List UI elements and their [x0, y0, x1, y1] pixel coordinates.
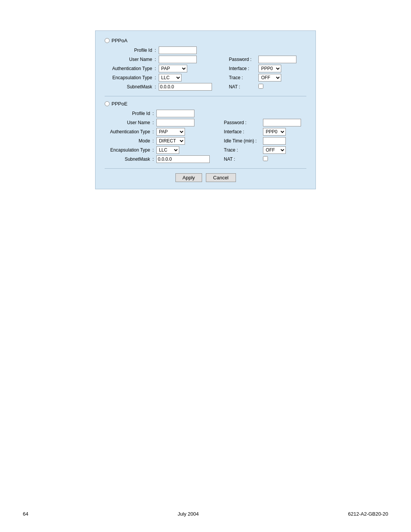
pppoe-mode-label: Mode — [105, 136, 151, 145]
pppoe-trace-select[interactable]: OFF ON — [263, 146, 286, 154]
pppoa-nat-label: NAT — [229, 84, 237, 89]
pppoa-username-row: User Name : Password : — [105, 55, 306, 64]
footer-page-number: 64 — [23, 511, 28, 517]
pppoe-subnetmask-input[interactable] — [156, 155, 210, 163]
pppoa-radio[interactable] — [105, 38, 110, 43]
pppoa-trace-label: Trace — [229, 75, 240, 80]
pppoa-form: Profile Id : User Name : P — [105, 46, 306, 91]
button-row: Apply Cancel — [105, 173, 306, 182]
pppoe-encap-select[interactable]: LLC VC — [156, 146, 179, 154]
pppoa-auth-type-select[interactable]: PAP CHAP — [159, 65, 187, 72]
pppoe-interface-select[interactable]: PPP0 PPP1 — [263, 128, 286, 136]
pppoa-password-label: Password — [229, 57, 249, 62]
pppoa-encap-row: Encapsulation Type : LLC VC Trace : — [105, 73, 306, 82]
pppoe-interface-label: Interface — [224, 129, 242, 134]
cancel-button[interactable]: Cancel — [206, 173, 236, 182]
pppoe-nat-checkbox[interactable] — [263, 156, 268, 161]
pppoe-password-input[interactable] — [263, 119, 301, 126]
pppoe-password-label: Password — [224, 120, 244, 125]
pppoa-header: PPPoA — [105, 38, 306, 43]
pppoe-mode-row: Mode : DIRECT AUTO Idle Time (min) : — [105, 136, 306, 145]
pppoa-title: PPPoA — [112, 38, 127, 43]
pppoa-auth-type-label: Authentication Type — [105, 64, 153, 73]
pppoe-profile-id-input[interactable] — [156, 110, 194, 117]
pppoa-subnet-row: SubnetMask : NAT : — [105, 82, 306, 91]
pppoe-mode-select[interactable]: DIRECT AUTO — [156, 137, 185, 145]
footer: 64 July 2004 6212-A2-GB20-20 — [0, 511, 411, 517]
pppoa-subnetmask-input[interactable] — [159, 83, 212, 91]
apply-button[interactable]: Apply — [175, 173, 202, 182]
pppoa-profile-row: Profile Id : — [105, 46, 306, 55]
pppoe-auth-type-select[interactable]: PAP CHAP — [156, 128, 185, 136]
pppoe-idle-time-input[interactable] — [263, 137, 286, 145]
pppoa-interface-select[interactable]: PPP0 PPP1 — [258, 65, 281, 72]
pppoe-radio[interactable] — [105, 101, 110, 106]
pppoe-auth-row: Authentication Type : PAP CHAP Interface… — [105, 127, 306, 136]
section-divider-1 — [105, 96, 306, 96]
pppoa-interface-label: Interface — [229, 66, 247, 71]
pppoe-title: PPPoE — [112, 101, 127, 107]
pppoe-auth-type-label: Authentication Type — [105, 127, 151, 136]
pppoa-password-input[interactable] — [258, 56, 296, 63]
pppoa-subnetmask-label: SubnetMask — [105, 82, 153, 91]
pppoa-encap-select[interactable]: LLC VC — [159, 74, 182, 81]
pppoe-section: PPPoE Profile Id : User Name : — [105, 101, 306, 164]
main-panel: PPPoA Profile Id : User Name : — [95, 30, 316, 189]
section-divider-2 — [105, 168, 306, 169]
pppoa-trace-select[interactable]: OFF ON — [258, 74, 281, 81]
pppoa-encap-label: Encapsulation Type — [105, 73, 153, 82]
pppoa-profile-id-input[interactable] — [159, 46, 197, 54]
pppoe-username-input[interactable] — [156, 119, 194, 126]
footer-doc-id: 6212-A2-GB20-20 — [348, 511, 388, 517]
pppoa-section: PPPoA Profile Id : User Name : — [105, 38, 306, 91]
pppoe-encap-row: Encapsulation Type : LLC VC Trace : — [105, 145, 306, 155]
pppoe-profile-id-label: Profile Id — [105, 109, 151, 118]
pppoe-trace-label: Trace — [224, 147, 235, 153]
pppoe-profile-row: Profile Id : — [105, 109, 306, 118]
pppoa-username-input[interactable] — [159, 56, 197, 63]
pppoa-profile-id-label: Profile Id — [105, 46, 153, 55]
pppoa-nat-checkbox[interactable] — [258, 84, 263, 89]
footer-date: July 2004 — [178, 511, 199, 517]
pppoe-subnet-row: SubnetMask : NAT : — [105, 155, 306, 164]
pppoa-auth-row: Authentication Type : PAP CHAP Interface… — [105, 64, 306, 73]
pppoe-subnetmask-label: SubnetMask — [105, 155, 151, 164]
pppoe-idle-time-label: Idle Time (min) — [224, 138, 254, 144]
pppoe-header: PPPoE — [105, 101, 306, 107]
pppoe-form: Profile Id : User Name : Password — [105, 109, 306, 164]
pppoe-username-row: User Name : Password : — [105, 118, 306, 127]
pppoe-encap-label: Encapsulation Type — [105, 145, 151, 155]
pppoe-nat-label: NAT — [224, 157, 233, 162]
pppoa-username-label: User Name — [105, 55, 153, 64]
pppoe-username-label: User Name — [105, 118, 151, 127]
